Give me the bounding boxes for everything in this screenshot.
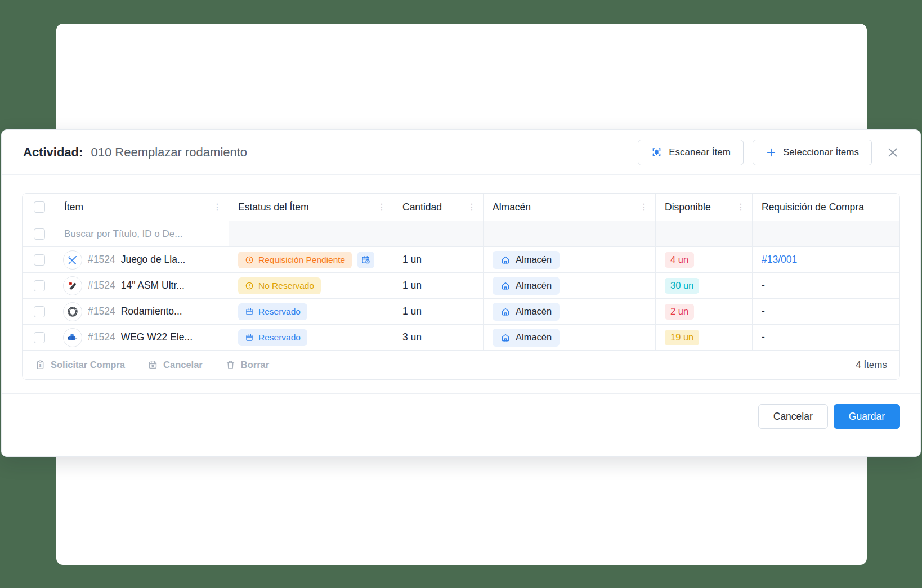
item-id: #1524 <box>88 280 115 291</box>
item-avatar-bearing <box>63 302 82 321</box>
status-badge: Reservado <box>238 303 307 320</box>
search-input[interactable] <box>56 228 229 240</box>
close-icon[interactable] <box>884 144 901 161</box>
warehouse-badge: Almacén <box>493 303 560 321</box>
search-row-checkbox[interactable] <box>34 228 45 240</box>
column-menu-icon[interactable]: ⋮ <box>465 203 478 212</box>
modal-title-label: Actividad: <box>23 145 83 159</box>
svg-text:$: $ <box>39 363 42 368</box>
reserve-item-icon[interactable] <box>357 252 374 268</box>
item-title: WEG W22 Ele... <box>121 331 229 343</box>
clock-icon <box>245 255 254 264</box>
item-title: Rodamiento... <box>121 306 229 317</box>
scan-item-label: Escanear Ítem <box>669 147 731 158</box>
column-header-status: Estatus del Ítem⋮ <box>229 194 393 221</box>
row-checkbox[interactable] <box>34 280 45 291</box>
plus-icon <box>766 147 777 158</box>
column-header-purchase-requisition: Requisición de Compra <box>752 194 899 221</box>
available-badge: 19 un <box>665 330 699 345</box>
column-header-available: Disponible⋮ <box>655 194 752 221</box>
modal-title-value: 010 Reemplazar rodamiento <box>91 145 247 159</box>
page-background: Actividad: 010 Reemplazar rodamiento Esc… <box>0 0 922 588</box>
table-row: #1524 Juego de Lla... Requisición Pendie… <box>23 246 899 272</box>
items-count: 4 Ítems <box>856 360 887 371</box>
item-avatar-motor <box>63 328 82 347</box>
modal-title: Actividad: 010 Reemplazar rodamiento <box>23 145 629 160</box>
status-badge: Requisición Pendiente <box>238 252 352 268</box>
warehouse-house-icon <box>500 307 511 317</box>
purchase-requisition-empty: - <box>752 325 899 350</box>
purchase-request-icon: $ <box>35 360 46 370</box>
cancel-button[interactable]: Cancelar <box>758 404 828 429</box>
warehouse-badge: Almacén <box>493 329 560 347</box>
item-id: #1524 <box>88 331 115 343</box>
warehouse-badge: Almacén <box>493 251 560 269</box>
item-id: #1524 <box>88 254 115 266</box>
alert-circle-icon <box>245 281 254 290</box>
warehouse-house-icon <box>500 281 511 291</box>
purchase-requisition-link[interactable]: #13/001 <box>762 254 797 266</box>
table-row: #1524 WEG W22 Ele... Reservado <box>23 324 899 350</box>
modal-footer: Cancelar Guardar <box>2 393 920 456</box>
scan-item-button[interactable]: Escanear Ítem <box>638 140 744 165</box>
column-header-item: Ítem⋮ <box>56 194 229 221</box>
column-header-warehouse: Almacén⋮ <box>483 194 655 221</box>
column-menu-icon[interactable]: ⋮ <box>637 203 651 212</box>
column-menu-icon[interactable]: ⋮ <box>734 203 748 212</box>
item-title: 14" ASM Ultr... <box>121 280 229 291</box>
trash-icon <box>225 360 236 370</box>
available-badge: 2 un <box>665 304 694 320</box>
table-row: #1524 14" ASM Ultr... No Reservado <box>23 272 899 298</box>
item-avatar-tools-icon <box>63 250 82 270</box>
purchase-requisition-empty: - <box>752 299 899 324</box>
warehouse-house-icon <box>500 255 511 265</box>
item-title: Juego de Lla... <box>121 254 229 266</box>
item-avatar-photo <box>63 276 82 295</box>
status-badge: No Reservado <box>238 277 321 294</box>
column-header-quantity: Cantidad⋮ <box>393 194 483 221</box>
cancel-reservation-button[interactable]: Cancelar <box>147 360 203 370</box>
save-button[interactable]: Guardar <box>834 404 900 429</box>
row-checkbox[interactable] <box>34 254 45 266</box>
row-checkbox[interactable] <box>34 332 45 343</box>
request-purchase-button[interactable]: $ Solicitar Compra <box>35 360 125 370</box>
calendar-icon <box>245 307 254 316</box>
available-badge: 30 un <box>665 278 699 294</box>
modal-header: Actividad: 010 Reemplazar rodamiento Esc… <box>2 130 920 175</box>
purchase-requisition-empty: - <box>752 273 899 298</box>
warehouse-house-icon <box>500 333 511 343</box>
table-header-row: Ítem⋮ Estatus del Ítem⋮ Cantidad⋮ Almacé… <box>23 194 899 221</box>
quantity-value: 1 un <box>393 273 483 298</box>
table-row: #1524 Rodamiento... Reservado <box>23 298 899 324</box>
quantity-value: 1 un <box>393 299 483 324</box>
quantity-value: 3 un <box>393 325 483 350</box>
items-table: Ítem⋮ Estatus del Ítem⋮ Cantidad⋮ Almacé… <box>22 193 900 380</box>
select-items-label: Seleccionar Ítems <box>783 147 859 158</box>
table-search-row <box>23 221 899 246</box>
column-menu-icon[interactable]: ⋮ <box>211 203 224 212</box>
row-checkbox[interactable] <box>34 306 45 317</box>
table-footer: $ Solicitar Compra Cancelar <box>23 350 899 379</box>
quantity-value: 1 un <box>393 247 483 272</box>
barcode-scan-icon <box>651 146 663 158</box>
activity-items-modal: Actividad: 010 Reemplazar rodamiento Esc… <box>1 129 921 457</box>
warehouse-badge: Almacén <box>493 277 560 295</box>
status-badge: Reservado <box>238 329 307 346</box>
column-menu-icon[interactable]: ⋮ <box>375 203 388 212</box>
select-items-button[interactable]: Seleccionar Ítems <box>753 140 872 165</box>
item-id: #1524 <box>88 306 115 317</box>
delete-button[interactable]: Borrar <box>225 360 269 370</box>
select-all-checkbox[interactable] <box>34 201 45 213</box>
calendar-icon <box>245 333 254 342</box>
modal-body: Ítem⋮ Estatus del Ítem⋮ Cantidad⋮ Almacé… <box>2 175 920 393</box>
calendar-x-icon <box>147 360 158 370</box>
available-badge: 4 un <box>665 252 694 268</box>
